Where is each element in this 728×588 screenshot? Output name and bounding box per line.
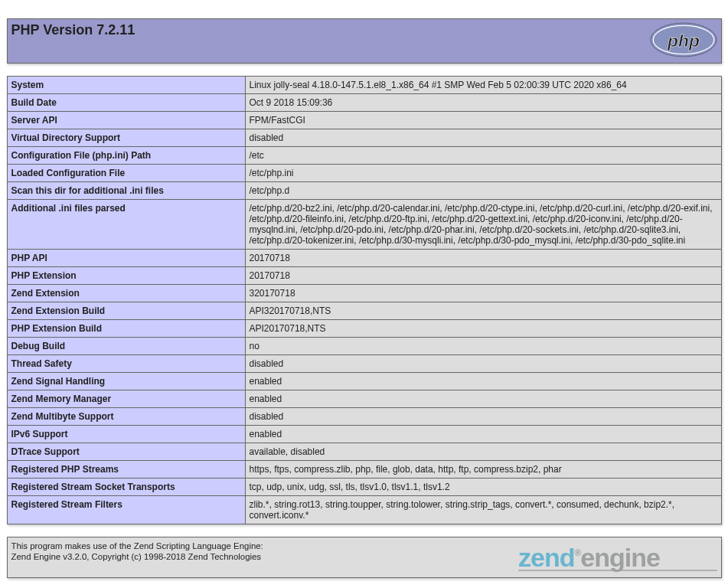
row-label: Registered Stream Filters: [7, 496, 245, 524]
zend-logo-icon: zend®engine: [518, 541, 717, 574]
row-value: API320170718,NTS: [245, 302, 721, 320]
table-row: Zend Extension320170718: [7, 285, 721, 302]
row-value: 20170718: [245, 267, 721, 285]
svg-text:php: php: [667, 31, 700, 51]
table-row: Configuration File (php.ini) Path/etc: [7, 147, 721, 165]
row-value: available, disabled: [245, 443, 721, 461]
table-row: Registered Stream Filterszlib.*, string.…: [7, 496, 721, 524]
row-label: Configuration File (php.ini) Path: [7, 147, 245, 165]
footer-table: zend®engine This program makes use of th…: [7, 537, 722, 578]
row-label: Scan this dir for additional .ini files: [7, 182, 245, 200]
svg-text:zend®engine: zend®engine: [518, 543, 660, 572]
table-row: Additional .ini files parsed/etc/php.d/2…: [7, 200, 721, 250]
header-table: php PHP Version 7.2.11: [7, 18, 722, 64]
table-row: Registered Stream Socket Transportstcp, …: [7, 479, 721, 496]
table-row: PHP API20170718: [7, 250, 721, 267]
row-value: 320170718: [245, 285, 721, 302]
table-row: IPv6 Supportenabled: [7, 426, 721, 443]
row-value: Oct 9 2018 15:09:36: [245, 94, 721, 112]
table-row: Build DateOct 9 2018 15:09:36: [7, 94, 721, 112]
table-row: Debug Buildno: [7, 338, 721, 355]
row-value: 20170718: [245, 250, 721, 267]
info-table: SystemLinux jolly-seal 4.18.0-147.5.1.el…: [7, 76, 722, 524]
row-label: Registered Stream Socket Transports: [7, 479, 245, 496]
row-label: Zend Multibyte Support: [7, 408, 245, 426]
row-label: IPv6 Support: [7, 426, 245, 443]
row-label: DTrace Support: [7, 443, 245, 461]
row-label: Zend Signal Handling: [7, 373, 245, 390]
row-value: /etc/php.d/20-bz2.ini, /etc/php.d/20-cal…: [245, 200, 721, 250]
row-value: no: [245, 338, 721, 355]
row-label: Zend Extension Build: [7, 302, 245, 320]
footer-line-2: Zend Engine v3.2.0, Copyright (c) 1998-2…: [11, 552, 262, 561]
table-row: DTrace Supportavailable, disabled: [7, 443, 721, 461]
table-row: Thread Safetydisabled: [7, 355, 721, 373]
row-label: Thread Safety: [7, 355, 245, 373]
row-label: Zend Extension: [7, 285, 245, 302]
php-logo-link[interactable]: php: [650, 22, 717, 60]
row-label: PHP Extension Build: [7, 320, 245, 338]
row-label: Debug Build: [7, 338, 245, 355]
row-value: enabled: [245, 373, 721, 390]
row-label: PHP API: [7, 250, 245, 267]
table-row: Loaded Configuration File/etc/php.ini: [7, 165, 721, 182]
table-row: Registered PHP Streamshttps, ftps, compr…: [7, 461, 721, 479]
row-value: disabled: [245, 408, 721, 426]
row-label: Build Date: [7, 94, 245, 112]
table-row: SystemLinux jolly-seal 4.18.0-147.5.1.el…: [7, 77, 721, 94]
footer-line-1: This program makes use of the Zend Scrip…: [11, 541, 263, 550]
row-label: System: [7, 77, 245, 94]
php-logo-icon: php: [650, 22, 717, 57]
row-value: disabled: [245, 129, 721, 147]
table-row: Zend Signal Handlingenabled: [7, 373, 721, 390]
row-value: FPM/FastCGI: [245, 112, 721, 129]
table-row: PHP Extension20170718: [7, 267, 721, 285]
table-row: Virtual Directory Supportdisabled: [7, 129, 721, 147]
row-value: /etc/php.ini: [245, 165, 721, 182]
row-value: /etc: [245, 147, 721, 165]
table-row: Zend Multibyte Supportdisabled: [7, 408, 721, 426]
page-title: PHP Version 7.2.11: [11, 22, 717, 38]
table-row: Server APIFPM/FastCGI: [7, 112, 721, 129]
row-value: API20170718,NTS: [245, 320, 721, 338]
row-label: Zend Memory Manager: [7, 390, 245, 408]
row-label: PHP Extension: [7, 267, 245, 285]
row-label: Server API: [7, 112, 245, 129]
row-value: /etc/php.d: [245, 182, 721, 200]
row-value: tcp, udp, unix, udg, ssl, tls, tlsv1.0, …: [245, 479, 721, 496]
row-value: https, ftps, compress.zlib, php, file, g…: [245, 461, 721, 479]
row-value: zlib.*, string.rot13, string.toupper, st…: [245, 496, 721, 524]
row-label: Loaded Configuration File: [7, 165, 245, 182]
row-label: Additional .ini files parsed: [7, 200, 245, 250]
row-value: enabled: [245, 426, 721, 443]
table-row: Scan this dir for additional .ini files/…: [7, 182, 721, 200]
row-value: disabled: [245, 355, 721, 373]
row-value: Linux jolly-seal 4.18.0-147.5.1.el8_1.x8…: [245, 77, 721, 94]
table-row: Zend Memory Managerenabled: [7, 390, 721, 408]
row-value: enabled: [245, 390, 721, 408]
row-label: Virtual Directory Support: [7, 129, 245, 147]
table-row: Zend Extension BuildAPI320170718,NTS: [7, 302, 721, 320]
table-row: PHP Extension BuildAPI20170718,NTS: [7, 320, 721, 338]
row-label: Registered PHP Streams: [7, 461, 245, 479]
